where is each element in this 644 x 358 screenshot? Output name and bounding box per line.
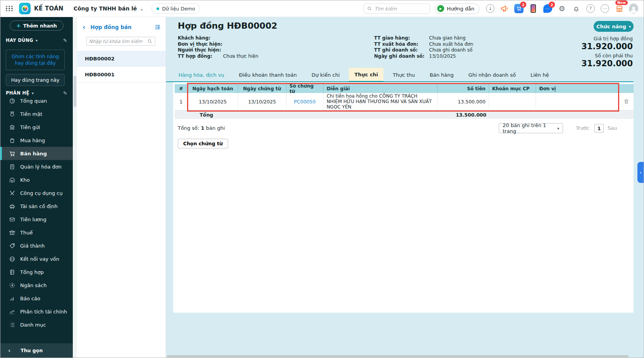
sidebar-item-ban-hang[interactable]: Bán hàng [0,147,73,160]
notification-bell-icon[interactable] [572,4,581,13]
sidebar-scrollbar[interactable] [73,17,77,358]
pagination-prev[interactable]: Trước [576,125,589,131]
col-expense-item: Khoản mục CP [489,84,536,93]
functions-button[interactable]: Chức năng ▾ [594,21,634,32]
horizontal-scrollbar[interactable] [167,355,643,357]
tab-thuc-chi[interactable]: Thực chi [349,68,383,82]
col-amount: Số tiền [438,84,489,93]
panel-title: Hợp đồng bán [90,24,131,30]
sidebar-item-ngan-sach[interactable]: Ngân sách [0,279,73,292]
sidebar-item-tien-luong[interactable]: Tiền lương [0,213,73,226]
sidebar-item-tien-mat[interactable]: Tiền mặt [0,107,73,120]
col-doc-no: Số chứng từ [287,84,324,93]
row-index: 1 [175,93,188,110]
caret-down-icon: ▾ [36,38,38,43]
receivable-label: Số còn phải thu [581,53,633,59]
sidebar: + Thêm nhanh HAY DÙNG ▾ ✎ Ghim các tính … [0,17,73,358]
pagination-next[interactable]: Sau [608,125,617,131]
tax-icon [9,229,15,236]
tab-hang-hoa-dich-vu[interactable]: Hàng hóa, dịch vụ [173,68,230,81]
app-logo-icon[interactable] [19,3,31,14]
user-avatar[interactable] [629,4,638,13]
main-area: Hợp đồng HĐB00002 Khách hàng: Đơn vị thự… [166,17,644,358]
global-search[interactable] [364,3,430,14]
sidebar-item-ket-noi-vay-von[interactable]: Kết nối vay vốn [0,252,73,265]
tab-ban-hang[interactable]: Bán hàng [424,68,459,81]
company-selector[interactable]: Công ty TNHH bán lẻ ⌄ [74,5,144,12]
panel-search-input[interactable] [89,39,147,44]
sidebar-item-kho[interactable]: Kho [0,173,73,186]
list-item-contract[interactable]: HĐB00001 [77,67,166,83]
row-expense-item [489,93,536,110]
search-icon [367,6,372,11]
favorites-section-header[interactable]: HAY DÙNG ▾ ✎ [6,37,67,43]
plus-icon: + [16,22,21,29]
guide-button[interactable]: ▶ Hướng dẫn [435,3,479,14]
sidebar-item-tai-san-co-dinh[interactable]: Tài sản cố định [0,200,73,213]
sidebar-collapse-button[interactable]: ‹ Thu gọn [0,343,73,358]
sidebar-item-thue[interactable]: Thuế [0,226,73,239]
sidebar-item-tien-gui[interactable]: Tiền gửi [0,120,73,134]
tab-dieu-khoan-thanh-toan[interactable]: Điều khoản thanh toán [234,68,302,81]
row-doc-date: 13/10/2025 [238,93,287,110]
pagination-page-number[interactable]: 1 [594,124,604,133]
table-footer: Tổng số: 1 bản ghi 20 bản ghi trên 1 tra… [178,123,634,133]
panel-search[interactable] [86,37,155,46]
sidebar-item-mua-hang[interactable]: Mua hàng [0,134,73,147]
select-document-button[interactable]: Chọn chứng từ [178,139,228,148]
pin-hint-box[interactable]: Ghim các tính năng hay dùng tại đây [6,50,65,70]
announcement-megaphone-icon[interactable] [500,4,509,13]
sidebar-item-tong-quan[interactable]: Tổng quan [0,94,73,107]
col-unit: Đơn vị [536,84,619,93]
contract-value-label: Giá trị hợp đồng [581,36,633,41]
sidebar-item-bao-cao[interactable]: Báo cáo [0,292,73,305]
sidebar-item-tong-hop[interactable]: Tổng hợp [0,265,73,279]
document-link[interactable]: PC00050 [294,99,316,105]
sidebar-item-cong-cu-dung-cu[interactable]: Công cụ dụng cụ [0,186,73,200]
download-icon[interactable]: ↓ [486,4,495,13]
app-grid-icon[interactable] [6,6,13,12]
right-panel-expand-tab[interactable]: ‹ [637,162,644,183]
search-input[interactable] [374,6,421,12]
col-index: # [175,84,188,93]
tab-lien-he[interactable]: Liên hệ [525,68,554,81]
budget-icon [9,282,15,289]
cash-icon [9,111,15,117]
category-icon [9,322,15,328]
page-size-select[interactable]: 20 bản ghi trên 1 trang ▾ [499,123,563,133]
delete-row-icon[interactable] [623,98,629,105]
quick-add-button[interactable]: + Thêm nhanh [10,21,64,31]
marketplace-icon[interactable]: New [615,4,624,13]
detail-tabs: Hàng hóa, dịch vụ Điều khoản thanh toán … [166,67,634,82]
page-title: Hợp đồng HĐB00002 [178,21,277,31]
caret-down-icon: ▾ [629,24,631,29]
payroll-icon [9,216,15,223]
mobile-app-icon[interactable] [529,4,538,13]
collapse-panel-icon[interactable] [154,24,161,30]
favorite-this-page-button[interactable]: Hay dùng trang này [6,74,65,86]
col-description: Diễn giải [323,84,437,93]
chevron-left-icon: ‹ [8,347,10,354]
cart-badge: 2 [520,2,526,8]
row-posting-date: 13/10/2025 [188,93,238,110]
more-options-icon[interactable]: ⋯ [600,4,610,13]
edit-favorites-icon[interactable]: ✎ [63,38,67,43]
demo-data-badge[interactable]: Dữ liệu Demo [151,3,200,14]
tab-du-kien-chi[interactable]: Dự kiến chi [306,68,345,81]
sidebar-item-danh-muc[interactable]: Danh mục [0,318,73,331]
sales-cart-icon [9,150,15,157]
chat-icon[interactable]: ⋯ 2 [543,4,552,13]
list-item-contract[interactable]: HĐB00002 [77,51,166,67]
help-icon[interactable]: ? [586,4,595,13]
tab-ghi-nhan-doanh-so[interactable]: Ghi nhận doanh số [463,68,521,81]
row-amount: 13.500.000 [438,93,489,110]
sidebar-item-gia-thanh[interactable]: Giá thành [0,239,73,252]
store-cart-app-icon[interactable]: 2 [514,4,524,13]
sidebar-item-phan-tich-tai-chinh[interactable]: Phân tích tài chính [0,305,73,318]
back-chevron-icon[interactable]: ‹ [82,24,85,31]
total-label: Tổng [175,112,238,118]
fixed-asset-icon [9,203,15,210]
settings-gear-icon[interactable]: ⚙ [557,4,567,13]
tab-thuc-thu[interactable]: Thực thu [387,68,420,81]
sidebar-item-quan-ly-hoa-don[interactable]: Quản lý hóa đơn [0,160,73,173]
